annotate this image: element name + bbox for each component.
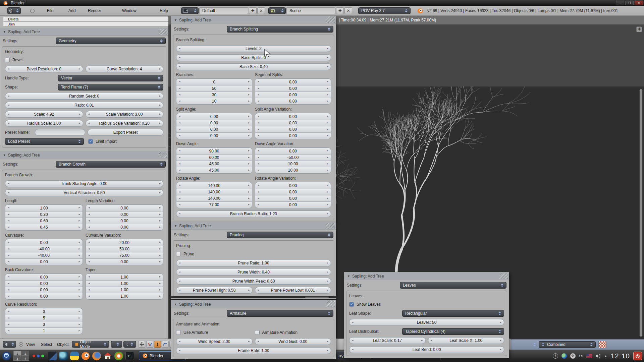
number-field[interactable]: ◂0.00▸ — [5, 258, 83, 265]
green-dot-icon[interactable] — [41, 355, 44, 357]
maximize-button[interactable]: ❐ — [625, 1, 634, 5]
limit-import-checkbox[interactable]: ✓ — [88, 139, 93, 144]
leaf-scale-slider[interactable]: ◂Leaf Scale: 0.17▸ — [349, 337, 426, 344]
number-field[interactable]: ◂140.00▸ — [176, 182, 252, 189]
join-operator-button[interactable]: Join — [3, 22, 168, 26]
leaf-bend-slider[interactable]: ◂Leaf Bend: 0.00▸ — [349, 346, 504, 353]
number-field[interactable]: ◂1.00▸ — [86, 274, 163, 280]
add-layout-button[interactable]: ✚ — [249, 7, 257, 14]
trunk-starting-angle-slider[interactable]: ◂Trunk Starting Angle: 0.00▸ — [5, 180, 163, 187]
panel-header-pruning[interactable]: ▼ Sapling: Add Tree — [171, 222, 336, 230]
number-field[interactable]: ◂0.00▸ — [255, 189, 331, 195]
number-field[interactable]: ◂45.00▸ — [176, 161, 252, 167]
render-pass-dropdown[interactable]: Combined — [539, 341, 596, 348]
network-globe-icon[interactable] — [561, 353, 567, 359]
manipulator-toggle[interactable] — [138, 341, 145, 348]
add-scene-button[interactable]: ✚ — [336, 7, 344, 14]
shape-dropdown[interactable]: Tend Flame (7) — [58, 84, 163, 90]
prune-power-high-slider[interactable]: ◂Prune Power High: 0.50▸ — [176, 287, 253, 294]
number-field[interactable]: ◂0.60▸ — [5, 218, 83, 224]
number-field[interactable]: ◂10.00▸ — [255, 161, 331, 167]
panel-header-branch-growth[interactable]: ▼ Sapling: Add Tree — [0, 151, 168, 159]
workspace-2[interactable]: 2 — [21, 351, 29, 356]
number-field[interactable]: ◂0.00▸ — [5, 274, 83, 280]
number-field[interactable]: ◂0.00▸ — [255, 126, 331, 132]
number-field[interactable]: ◂1.00▸ — [86, 280, 163, 287]
menu-add[interactable]: Add — [68, 8, 75, 13]
number-field[interactable]: ◂0.00▸ — [255, 201, 331, 208]
number-field[interactable]: ◂-40.00▸ — [5, 252, 83, 258]
python-icon[interactable] — [70, 352, 79, 360]
minimize-button[interactable]: — — [616, 1, 624, 5]
wind-gust-slider[interactable]: ◂Wind Gust: 0.00▸ — [255, 338, 331, 345]
screen-layout-name[interactable]: Default — [199, 7, 248, 14]
scale-slider[interactable]: ◂Scale: 4.92▸ — [5, 111, 83, 118]
delete-scene-button[interactable]: ✕ — [344, 7, 352, 14]
number-field[interactable]: ◂140.00▸ — [176, 189, 252, 195]
expand-region-button[interactable]: ✚ — [636, 26, 642, 32]
web-browser-globe-icon[interactable] — [59, 352, 68, 360]
delete-layout-button[interactable]: ✕ — [257, 7, 265, 14]
number-field[interactable]: ◂1.00▸ — [86, 287, 163, 293]
number-field[interactable]: ◂10▸ — [176, 98, 252, 104]
number-field[interactable]: ◂90.00▸ — [176, 148, 252, 154]
workspace-4[interactable]: 4 — [21, 356, 29, 361]
panel-header-leaves[interactable]: ▼ Sapling: Add Tree — [344, 272, 509, 280]
armature-animation-checkbox[interactable] — [255, 330, 260, 335]
panel-grip-icon[interactable] — [159, 152, 167, 158]
number-field[interactable]: ◂-50.00▸ — [255, 154, 331, 161]
object-menu[interactable]: Object — [57, 342, 69, 347]
number-field[interactable]: ◂77.00▸ — [176, 201, 252, 208]
prune-width-slider[interactable]: ◂Prune Width: 0.40▸ — [176, 269, 331, 276]
frame-rate-slider[interactable]: ◂Frame Rate: 1.00▸ — [176, 347, 331, 354]
number-field[interactable]: ◂10.00▸ — [255, 167, 331, 173]
number-field[interactable]: ◂50.00▸ — [86, 246, 163, 252]
number-field[interactable]: ◂3▸ — [5, 321, 83, 327]
manipulator-axes-button[interactable] — [146, 341, 153, 348]
number-field[interactable]: ◂3▸ — [5, 308, 83, 315]
number-field[interactable]: ◂0.00▸ — [176, 126, 252, 132]
blue-dot-icon[interactable] — [37, 355, 40, 357]
panel-grip-icon[interactable] — [326, 17, 335, 23]
red-dot-icon[interactable] — [33, 355, 35, 357]
alpha-display-button[interactable] — [598, 341, 606, 348]
number-field[interactable]: ◂0.00▸ — [176, 120, 252, 126]
export-preset-button[interactable]: Export Preset — [88, 129, 163, 136]
number-field[interactable]: ◂5▸ — [5, 315, 83, 321]
number-field[interactable]: ◂0.00▸ — [86, 258, 163, 265]
panel-grip-icon[interactable] — [326, 301, 335, 307]
rotate-manipulator-button[interactable] — [162, 341, 169, 348]
radius-scale-variation-slider[interactable]: ◂Radius Scale Variation: 0.20▸ — [86, 120, 164, 127]
pivot-point-dropdown[interactable] — [123, 341, 136, 348]
number-field[interactable]: ◂0.00▸ — [255, 79, 331, 85]
number-field[interactable]: ◂30▸ — [176, 92, 252, 98]
number-field[interactable]: ◂0.00▸ — [86, 211, 163, 218]
menu-window[interactable]: Window — [122, 8, 137, 13]
panel-grip-icon[interactable] — [326, 223, 335, 229]
handle-type-dropdown[interactable]: Vector — [58, 75, 163, 81]
prune-power-low-slider[interactable]: ◂Prune Power Low: 0.001▸ — [255, 287, 331, 294]
number-field[interactable]: ◂0.00▸ — [176, 113, 252, 120]
number-field[interactable]: ◂0.00▸ — [5, 293, 83, 299]
presentation-app-icon[interactable] — [48, 352, 57, 360]
clipboard-scissors-icon[interactable]: ✂ — [579, 353, 583, 359]
number-field[interactable]: ◂0.00▸ — [5, 287, 83, 293]
number-field[interactable]: ◂0.45▸ — [5, 224, 83, 230]
number-field[interactable]: ◂0.00▸ — [255, 113, 331, 120]
menu-help[interactable]: Help — [160, 8, 168, 13]
branch-radius-ratio-slider[interactable]: ◂Branch Radius Ratio: 1.20▸ — [176, 210, 331, 217]
render-engine-dropdown[interactable]: POV-Ray 3.7 — [358, 7, 411, 14]
keyboard-layout-flag-icon[interactable] — [586, 354, 592, 358]
number-field[interactable]: ◂0.00▸ — [255, 195, 331, 201]
settings-dropdown-armature[interactable]: Armature — [227, 310, 333, 317]
editor-type-button[interactable]: i — [7, 7, 21, 14]
levels-slider[interactable]: ◂Levels: 2▸ — [176, 45, 331, 52]
number-field[interactable]: ◂75.00▸ — [86, 252, 163, 258]
number-field[interactable]: ◂0.00▸ — [255, 132, 331, 139]
navigation-tray-icon[interactable]: ✥ — [570, 353, 576, 359]
prune-ratio-slider[interactable]: ◂Prune Ratio: 1.00▸ — [176, 260, 331, 266]
mode-dropdown[interactable]: Object Mode — [72, 341, 109, 348]
prune-checkbox[interactable] — [176, 252, 181, 256]
leaf-distribution-dropdown[interactable]: Tapered Cylindrical (4) — [402, 328, 504, 335]
home-folder-icon[interactable] — [103, 352, 112, 360]
